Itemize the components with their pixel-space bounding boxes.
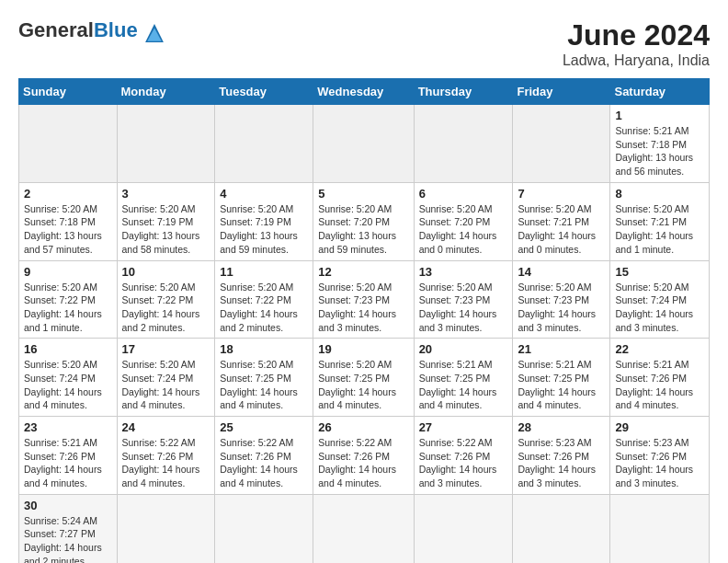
day-8: 8 Sunrise: 5:20 AM Sunset: 7:21 PM Dayli… <box>610 182 710 260</box>
day-number: 2 <box>24 187 112 201</box>
day-number: 28 <box>518 420 605 434</box>
weekday-header-row: Sunday Monday Tuesday Wednesday Thursday… <box>19 79 710 105</box>
day-info: Sunrise: 5:20 AM Sunset: 7:23 PM Dayligh… <box>419 281 508 335</box>
day-number: 21 <box>518 342 605 356</box>
empty-cell <box>414 105 513 183</box>
table-row: 30 Sunrise: 5:24 AM Sunset: 7:27 PM Dayl… <box>19 494 710 563</box>
day-number: 18 <box>220 342 308 356</box>
day-9: 9 Sunrise: 5:20 AM Sunset: 7:22 PM Dayli… <box>19 260 118 339</box>
day-1: 1 Sunrise: 5:21 AM Sunset: 7:18 PM Dayli… <box>610 105 710 183</box>
day-27: 27 Sunrise: 5:22 AM Sunset: 7:26 PM Dayl… <box>414 417 513 495</box>
day-info: Sunrise: 5:21 AM Sunset: 7:18 PM Dayligh… <box>615 124 704 178</box>
day-number: 23 <box>24 420 112 434</box>
day-info: Sunrise: 5:20 AM Sunset: 7:20 PM Dayligh… <box>419 202 508 257</box>
day-23: 23 Sunrise: 5:21 AM Sunset: 7:26 PM Dayl… <box>19 417 118 495</box>
page-header: GeneralBlue June 2024 Ladwa, Haryana, In… <box>18 18 710 69</box>
empty-cell <box>610 494 710 563</box>
day-number: 7 <box>518 187 605 201</box>
day-5: 5 Sunrise: 5:20 AM Sunset: 7:20 PM Dayli… <box>313 182 414 260</box>
day-info: Sunrise: 5:20 AM Sunset: 7:25 PM Dayligh… <box>220 358 308 412</box>
day-12: 12 Sunrise: 5:20 AM Sunset: 7:23 PM Dayl… <box>313 260 414 339</box>
empty-cell <box>313 105 414 183</box>
empty-cell <box>414 494 513 563</box>
day-21: 21 Sunrise: 5:21 AM Sunset: 7:25 PM Dayl… <box>513 339 610 417</box>
empty-cell <box>215 105 313 183</box>
day-16: 16 Sunrise: 5:20 AM Sunset: 7:24 PM Dayl… <box>19 339 118 417</box>
empty-cell <box>117 494 215 563</box>
day-info: Sunrise: 5:22 AM Sunset: 7:26 PM Dayligh… <box>220 436 308 490</box>
day-14: 14 Sunrise: 5:20 AM Sunset: 7:23 PM Dayl… <box>513 260 610 339</box>
logo-text: GeneralBlue <box>18 18 165 43</box>
day-number: 6 <box>419 187 508 201</box>
day-15: 15 Sunrise: 5:20 AM Sunset: 7:24 PM Dayl… <box>610 260 710 339</box>
day-info: Sunrise: 5:20 AM Sunset: 7:24 PM Dayligh… <box>24 358 112 412</box>
day-22: 22 Sunrise: 5:21 AM Sunset: 7:26 PM Dayl… <box>610 339 710 417</box>
header-wednesday: Wednesday <box>313 79 414 105</box>
header-monday: Monday <box>117 79 215 105</box>
table-row: 2 Sunrise: 5:20 AM Sunset: 7:18 PM Dayli… <box>19 182 710 260</box>
day-number: 10 <box>122 265 210 279</box>
day-3: 3 Sunrise: 5:20 AM Sunset: 7:19 PM Dayli… <box>117 182 215 260</box>
day-info: Sunrise: 5:23 AM Sunset: 7:26 PM Dayligh… <box>518 436 605 490</box>
day-info: Sunrise: 5:21 AM Sunset: 7:25 PM Dayligh… <box>419 358 508 412</box>
day-number: 14 <box>518 265 605 279</box>
day-number: 29 <box>615 420 704 434</box>
day-number: 1 <box>615 109 704 122</box>
day-number: 19 <box>318 342 408 356</box>
header-thursday: Thursday <box>414 79 513 105</box>
day-number: 20 <box>419 342 508 356</box>
logo: GeneralBlue <box>18 18 165 43</box>
day-number: 25 <box>220 420 308 434</box>
day-info: Sunrise: 5:23 AM Sunset: 7:26 PM Dayligh… <box>615 436 704 490</box>
day-info: Sunrise: 5:20 AM Sunset: 7:18 PM Dayligh… <box>24 202 112 257</box>
day-info: Sunrise: 5:20 AM Sunset: 7:19 PM Dayligh… <box>122 202 210 257</box>
day-10: 10 Sunrise: 5:20 AM Sunset: 7:22 PM Dayl… <box>117 260 215 339</box>
day-30: 30 Sunrise: 5:24 AM Sunset: 7:27 PM Dayl… <box>19 494 118 563</box>
table-row: 9 Sunrise: 5:20 AM Sunset: 7:22 PM Dayli… <box>19 260 710 339</box>
day-number: 3 <box>122 187 210 201</box>
header-friday: Friday <box>513 79 610 105</box>
day-info: Sunrise: 5:20 AM Sunset: 7:19 PM Dayligh… <box>220 202 308 257</box>
day-info: Sunrise: 5:20 AM Sunset: 7:22 PM Dayligh… <box>122 281 210 335</box>
day-11: 11 Sunrise: 5:20 AM Sunset: 7:22 PM Dayl… <box>215 260 313 339</box>
day-number: 13 <box>419 265 508 279</box>
day-info: Sunrise: 5:20 AM Sunset: 7:25 PM Dayligh… <box>318 358 408 412</box>
day-29: 29 Sunrise: 5:23 AM Sunset: 7:26 PM Dayl… <box>610 417 710 495</box>
day-24: 24 Sunrise: 5:22 AM Sunset: 7:26 PM Dayl… <box>117 417 215 495</box>
day-info: Sunrise: 5:21 AM Sunset: 7:26 PM Dayligh… <box>615 358 704 412</box>
day-25: 25 Sunrise: 5:22 AM Sunset: 7:26 PM Dayl… <box>215 417 313 495</box>
day-number: 26 <box>318 420 408 434</box>
day-number: 22 <box>615 342 704 356</box>
day-info: Sunrise: 5:20 AM Sunset: 7:22 PM Dayligh… <box>220 281 308 335</box>
empty-cell <box>513 494 610 563</box>
day-number: 27 <box>419 420 508 434</box>
empty-cell <box>513 105 610 183</box>
day-info: Sunrise: 5:20 AM Sunset: 7:23 PM Dayligh… <box>318 281 408 335</box>
day-20: 20 Sunrise: 5:21 AM Sunset: 7:25 PM Dayl… <box>414 339 513 417</box>
day-info: Sunrise: 5:24 AM Sunset: 7:27 PM Dayligh… <box>24 514 112 563</box>
day-info: Sunrise: 5:22 AM Sunset: 7:26 PM Dayligh… <box>122 436 210 490</box>
day-28: 28 Sunrise: 5:23 AM Sunset: 7:26 PM Dayl… <box>513 417 610 495</box>
table-row: 1 Sunrise: 5:21 AM Sunset: 7:18 PM Dayli… <box>19 105 710 183</box>
calendar-table: Sunday Monday Tuesday Wednesday Thursday… <box>18 78 710 563</box>
empty-cell <box>313 494 414 563</box>
logo-icon <box>144 23 165 43</box>
day-2: 2 Sunrise: 5:20 AM Sunset: 7:18 PM Dayli… <box>19 182 118 260</box>
day-info: Sunrise: 5:21 AM Sunset: 7:26 PM Dayligh… <box>24 436 112 490</box>
day-info: Sunrise: 5:21 AM Sunset: 7:25 PM Dayligh… <box>518 358 605 412</box>
month-year-title: June 2024 <box>563 18 710 52</box>
day-number: 15 <box>615 265 704 279</box>
day-number: 16 <box>24 342 112 356</box>
day-number: 5 <box>318 187 408 201</box>
day-13: 13 Sunrise: 5:20 AM Sunset: 7:23 PM Dayl… <box>414 260 513 339</box>
day-4: 4 Sunrise: 5:20 AM Sunset: 7:19 PM Dayli… <box>215 182 313 260</box>
day-number: 17 <box>122 342 210 356</box>
header-saturday: Saturday <box>610 79 710 105</box>
day-19: 19 Sunrise: 5:20 AM Sunset: 7:25 PM Dayl… <box>313 339 414 417</box>
day-number: 12 <box>318 265 408 279</box>
day-number: 4 <box>220 187 308 201</box>
day-number: 9 <box>24 265 112 279</box>
day-info: Sunrise: 5:20 AM Sunset: 7:21 PM Dayligh… <box>615 202 704 257</box>
day-17: 17 Sunrise: 5:20 AM Sunset: 7:24 PM Dayl… <box>117 339 215 417</box>
empty-cell <box>117 105 215 183</box>
